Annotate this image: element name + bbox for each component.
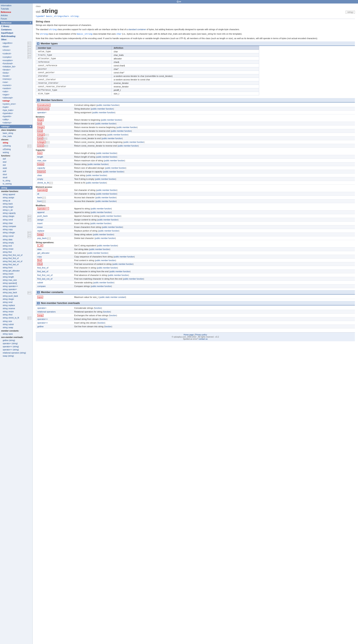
func-link[interactable]: cbegin (37, 133, 45, 136)
sidebar-item[interactable]: <iterator> (0, 68, 32, 72)
sidebar-string-active[interactable]: string (0, 141, 32, 144)
func-link[interactable]: size (37, 152, 42, 154)
constructor-link[interactable]: (constructor) (37, 104, 50, 106)
func-link[interactable]: data (37, 248, 41, 250)
sidebar-string-find-first-of[interactable]: string::find_first_of (0, 257, 32, 260)
sidebar-multithread[interactable]: Multi-threading: (0, 35, 32, 38)
func-link[interactable]: find_last_of (37, 270, 48, 272)
func-link[interactable]: clear (37, 174, 42, 176)
sidebar-string-npos[interactable]: string::npos (0, 332, 32, 336)
sidebar-item[interactable]: <stdexcept> (0, 96, 32, 100)
sidebar-string-swap[interactable]: string::swap (0, 326, 32, 329)
func-link[interactable]: reserve (37, 170, 46, 173)
func-link[interactable]: append (37, 211, 44, 214)
sidebar-string-find-first-not-of[interactable]: string::find_first_not_of (0, 254, 32, 257)
sidebar-item[interactable]: <initializer_list> (0, 65, 32, 68)
sidebar-string-length[interactable]: string::length (0, 276, 32, 278)
func-link[interactable]: at (37, 192, 39, 195)
sidebar-stoul[interactable]: stoul (0, 173, 32, 176)
sidebar-item[interactable]: <system_error> (0, 102, 32, 106)
sidebar-item[interactable]: <algorithm>C++ (0, 42, 32, 45)
sidebar-stoull[interactable]: stoull (0, 176, 32, 179)
func-link[interactable]: shrink_to_fit (37, 182, 49, 184)
sidebar-item[interactable]: <random> (0, 87, 32, 90)
func-link[interactable]: resize (37, 163, 44, 166)
func-link[interactable]: push_back (37, 215, 48, 217)
sidebar-string-cbegin[interactable]: string::cbeginC++ (0, 215, 32, 218)
sidebar-item-string[interactable]: <string> (0, 100, 32, 102)
sidebar-string-assign[interactable]: string::assign (0, 196, 32, 199)
sidebar-string-find-last-not-of[interactable]: string::find_last_not_of (0, 260, 32, 263)
sidebar-string-begin[interactable]: string::begin (0, 206, 32, 208)
sidebar-stoll[interactable]: stoll (0, 170, 32, 173)
func-link[interactable]: replace (37, 230, 44, 232)
sidebar-string-substr[interactable]: string::substr (0, 323, 32, 326)
func-link[interactable]: empty (37, 178, 43, 180)
sidebar-item[interactable]: <locale> (0, 74, 32, 78)
func-link[interactable]: substr (37, 281, 43, 284)
sidebar-char-traits[interactable]: char_traits (0, 135, 32, 138)
sidebar-item[interactable]: <typeindex> (0, 112, 32, 115)
func-link[interactable]: compare (37, 285, 46, 287)
sidebar-operator-lshift[interactable]: operator<< (string) (0, 345, 32, 348)
sidebar-string-find-last-of[interactable]: string::find_last_of (0, 263, 32, 266)
func-link[interactable]: operator>> (37, 318, 48, 320)
func-link[interactable]: c_str (37, 244, 43, 247)
sidebar-operator-plus[interactable]: operator+ (string) (0, 342, 32, 345)
sidebar-item[interactable]: <valarray> (0, 121, 32, 124)
sidebar-string-append[interactable]: string::append (0, 193, 32, 196)
func-link[interactable]: swap (37, 314, 43, 317)
footer-home[interactable]: Home page (183, 334, 194, 336)
func-link[interactable]: begin (37, 118, 44, 121)
sidebar-string-back[interactable]: string::back (0, 202, 32, 206)
sidebar-other[interactable]: Other: (0, 38, 32, 41)
sidebar-stof[interactable]: stof (0, 158, 32, 160)
footer-privacy[interactable]: Privacy policy (195, 334, 207, 336)
sidebar-string-shrink-to-fit[interactable]: string::shrink_to_fitC++ (0, 316, 32, 320)
func-link[interactable]: operator<< (37, 322, 48, 324)
destructor-link[interactable]: (destructor) (37, 108, 49, 110)
func-link[interactable]: erase (37, 226, 43, 228)
sidebar-io[interactable]: Input/Output: (0, 31, 32, 35)
sidebar-string-rend[interactable]: string::rend (0, 301, 32, 304)
sidebar-string-erase[interactable]: string::erase (0, 248, 32, 250)
func-link[interactable]: find (37, 259, 42, 262)
func-link[interactable]: swap (37, 233, 43, 236)
nav-information[interactable]: Information (1, 4, 32, 7)
sidebar-item[interactable]: <exception> (0, 59, 32, 62)
sidebar-string-replace[interactable]: string::replace (0, 304, 32, 307)
sidebar-item[interactable]: <utility> (0, 118, 32, 121)
func-link[interactable]: find_first_not_of (37, 274, 52, 276)
func-link[interactable]: npos (37, 296, 43, 298)
sidebar-string-crend[interactable]: string::crendC++ (0, 235, 32, 238)
sidebar-string-pop-back[interactable]: string::pop_backC++ (0, 291, 32, 294)
func-link[interactable]: assign (37, 218, 43, 221)
func-link[interactable]: back (37, 196, 42, 199)
func-link[interactable]: operator+ (37, 307, 46, 309)
sidebar-string-empty[interactable]: string::empty (0, 241, 32, 244)
sidebar-item[interactable]: <codecvt>C++ (0, 52, 32, 56)
sidebar-item[interactable]: <type_traits> (0, 109, 32, 112)
sidebar-stod[interactable]: stod (0, 160, 32, 164)
sidebar-item[interactable]: <chrono>C++ (0, 48, 32, 52)
sidebar-item[interactable]: <typeinfo> (0, 115, 32, 118)
sidebar-u32string[interactable]: u32string (0, 148, 32, 151)
sidebar-wstring[interactable]: wstring (0, 151, 32, 154)
nav-tutorials[interactable]: Tutorials (1, 7, 32, 10)
sidebar-string-insert[interactable]: string::insert (0, 272, 32, 276)
sidebar-string-crbegin[interactable]: string::crbeginC++ (0, 231, 32, 235)
sidebar-item[interactable]: <new> (0, 81, 32, 84)
sidebar-basic-string[interactable]: basic_string (0, 132, 32, 135)
sidebar-string-resize[interactable]: string::resize (0, 310, 32, 313)
sidebar-operator-rshift[interactable]: operator>> (string) (0, 348, 32, 352)
func-link[interactable]: max_size (37, 159, 46, 162)
sidebar-string-max-size[interactable]: string::max_size (0, 278, 32, 282)
sidebar-item[interactable]: <memory> (0, 78, 32, 81)
sidebar-string-cend[interactable]: string::cendC++ (0, 218, 32, 222)
sidebar-stold[interactable]: stold (0, 167, 32, 170)
sidebar-string-capacity[interactable]: string::capacity (0, 212, 32, 215)
func-link[interactable]: find_first_of (37, 266, 48, 269)
func-link[interactable]: rbegin (37, 126, 44, 128)
sidebar-clibrary[interactable]: C library: (0, 25, 32, 28)
func-link[interactable]: rfind (37, 263, 42, 266)
